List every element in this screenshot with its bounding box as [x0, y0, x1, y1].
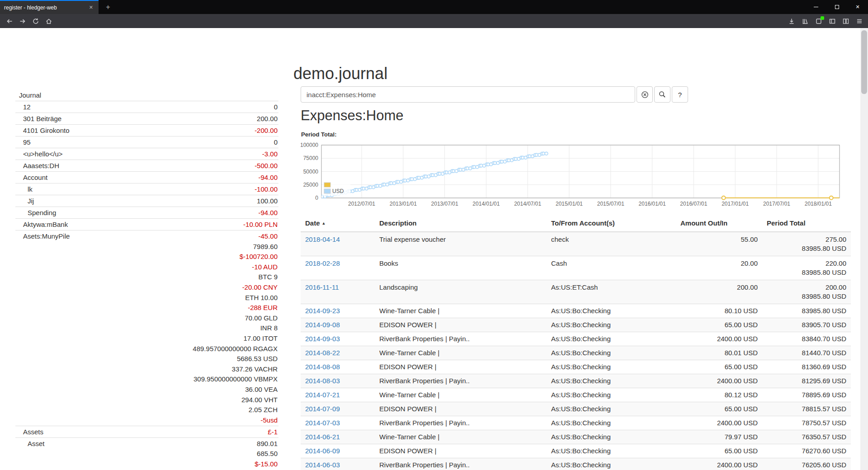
transaction-date-link[interactable]: 2014-09-03 — [305, 335, 340, 343]
sidebar-account-row: <u>hello</u>-3.00 — [15, 148, 278, 160]
account-cell: As:US:Bo:Checking — [547, 374, 676, 388]
transaction-date-link[interactable]: 2014-06-21 — [305, 433, 340, 441]
column-header-amount[interactable]: Amount Out/In — [676, 215, 762, 232]
page-content: demo.journal Journal 120301 Beiträge200.… — [0, 28, 868, 470]
description-cell: RiverBank Properties | Payin.. — [375, 416, 547, 430]
sidebar-toggle-button[interactable] — [828, 17, 836, 25]
new-tab-button[interactable]: + — [102, 2, 114, 12]
account-link[interactable]: Asset — [15, 439, 45, 470]
svg-text:100000: 100000 — [301, 142, 318, 148]
forward-button[interactable] — [16, 15, 29, 27]
sidebar-item-journal[interactable]: Journal — [15, 89, 278, 101]
account-link[interactable]: 95 — [15, 138, 31, 147]
home-button[interactable] — [42, 15, 55, 27]
register-row[interactable]: 2014-08-22Wine-Tarner Cable |As:US:Bo:Ch… — [301, 346, 851, 360]
amount-cell: 2400.00 USD — [676, 332, 762, 346]
period-total-cell: 76350.57 USD — [762, 430, 851, 444]
amount-cell: 2400.00 USD — [676, 458, 762, 470]
back-button[interactable] — [3, 15, 16, 27]
tab-close-icon[interactable]: ✕ — [88, 4, 94, 11]
transaction-date-link[interactable]: 2014-09-08 — [305, 321, 340, 329]
account-link[interactable]: Asets:MunyPile — [15, 232, 70, 425]
transaction-date-link[interactable]: 2014-07-21 — [305, 391, 340, 399]
svg-text:2014/07/01: 2014/07/01 — [514, 201, 541, 207]
transaction-date-link[interactable]: 2014-09-23 — [305, 307, 340, 315]
transaction-date-link[interactable]: 2014-08-22 — [305, 349, 340, 357]
register-row[interactable]: 2014-07-21Wine-Tarner Cable |As:US:Bo:Ch… — [301, 388, 851, 402]
search-submit-button[interactable] — [654, 86, 670, 103]
account-cell: Cash — [547, 256, 676, 280]
svg-text:2017/01/01: 2017/01/01 — [722, 201, 749, 207]
account-link[interactable]: Aktywa:mBank — [15, 220, 68, 229]
register-row[interactable]: 2014-08-03RiverBank Properties | Payin..… — [301, 374, 851, 388]
account-link[interactable]: <u>hello</u> — [15, 150, 63, 159]
minimize-icon — [814, 7, 818, 7]
register-row[interactable]: 2014-09-03RiverBank Properties | Payin..… — [301, 332, 851, 346]
reload-button[interactable] — [29, 15, 42, 27]
transaction-date-link[interactable]: 2014-06-03 — [305, 461, 340, 469]
account-link[interactable]: Assets — [15, 428, 43, 437]
transaction-date-link[interactable]: 2014-07-09 — [305, 405, 340, 413]
transaction-date-link[interactable]: 2018-04-14 — [305, 235, 340, 243]
amount-cell: 2400.00 USD — [676, 374, 762, 388]
scrollbar-thumb[interactable] — [861, 30, 867, 94]
register-row[interactable]: 2014-09-23Wine-Tarner Cable |As:US:Bo:Ch… — [301, 304, 851, 318]
column-header-period-total[interactable]: Period Total — [762, 215, 851, 232]
clear-query-button[interactable] — [637, 86, 653, 103]
register-row[interactable]: 2014-08-08EDISON POWER |As:US:Bo:Checkin… — [301, 360, 851, 374]
accounts-sidebar: Journal 120301 Beiträge200.004101 Giroko… — [15, 89, 278, 470]
description-cell: Wine-Tarner Cable | — [375, 430, 547, 444]
browser-navbar: demo.hledger.org/register?q=inacct%3AExp… — [0, 14, 868, 28]
account-link[interactable]: Account — [15, 173, 47, 182]
extension-button[interactable] — [815, 17, 823, 25]
account-link[interactable]: 4101 Girokonto — [15, 126, 70, 135]
pages-button[interactable] — [842, 17, 850, 25]
download-button[interactable] — [788, 17, 796, 25]
register-row[interactable]: 2014-07-09EDISON POWER |As:US:Bo:Checkin… — [301, 402, 851, 416]
account-link[interactable]: 12 — [15, 103, 31, 112]
page-scrollbar[interactable] — [860, 28, 868, 470]
transaction-date-link[interactable]: 2014-06-09 — [305, 447, 340, 455]
register-row[interactable]: 2016-11-11LandscapingAs:US:ET:Cash200.00… — [301, 280, 851, 304]
minimize-button[interactable] — [806, 0, 826, 14]
transaction-date-link[interactable]: 2014-07-03 — [305, 419, 340, 427]
date-cell: 2014-06-21 — [301, 430, 375, 444]
account-cell: As:US:Bo:Checking — [547, 318, 676, 332]
date-cell: 2014-07-21 — [301, 388, 375, 402]
account-link[interactable]: lk — [15, 185, 33, 194]
browser-tab[interactable]: register - hledger-web ✕ — [0, 0, 99, 14]
column-header-date[interactable]: Date▲ — [301, 215, 375, 232]
maximize-button[interactable] — [826, 0, 847, 14]
library-button[interactable] — [801, 17, 809, 25]
register-row[interactable]: 2014-06-21Wine-Tarner Cable |As:US:Bo:Ch… — [301, 430, 851, 444]
account-link[interactable]: 301 Beiträge — [15, 114, 61, 123]
register-row[interactable]: 2014-06-09EDISON POWER |As:US:Bo:Checkin… — [301, 444, 851, 458]
account-link[interactable]: Spending — [15, 208, 56, 217]
register-row[interactable]: 2018-02-28BooksCash20.00220.0083985.80 U… — [301, 256, 851, 280]
date-cell: 2014-09-03 — [301, 332, 375, 346]
account-link[interactable]: Aaasets:DH — [15, 161, 59, 170]
maximize-icon — [835, 5, 839, 9]
register-row[interactable]: 2018-04-14Trial expense vouchercheck55.0… — [301, 232, 851, 256]
register-row[interactable]: 2014-09-08EDISON POWER |As:US:Bo:Checkin… — [301, 318, 851, 332]
column-header-account[interactable]: To/From Account(s) — [547, 215, 676, 232]
query-input[interactable] — [301, 86, 635, 103]
transaction-date-link[interactable]: 2014-08-08 — [305, 363, 340, 371]
amount-cell: 65.00 USD — [676, 444, 762, 458]
sidebar-icon — [829, 18, 836, 25]
account-balance: 0 — [31, 138, 278, 147]
transaction-date-link[interactable]: 2018-02-28 — [305, 259, 340, 267]
description-cell: RiverBank Properties | Payin.. — [375, 374, 547, 388]
account-link[interactable]: Jij — [15, 197, 34, 206]
register-row[interactable]: 2014-06-03RiverBank Properties | Payin..… — [301, 458, 851, 470]
account-cell: As:US:Bo:Checking — [547, 388, 676, 402]
transaction-date-link[interactable]: 2014-08-03 — [305, 377, 340, 385]
transaction-date-link[interactable]: 2016-11-11 — [305, 283, 339, 291]
column-header-description[interactable]: Description — [375, 215, 547, 232]
help-button[interactable]: ? — [672, 86, 688, 103]
register-row[interactable]: 2014-07-03RiverBank Properties | Payin..… — [301, 416, 851, 430]
menu-button[interactable] — [855, 17, 863, 25]
close-button[interactable]: ✕ — [847, 0, 868, 14]
browser-titlebar: register - hledger-web ✕ + ✕ — [0, 0, 868, 14]
period-total-chart: 02500050000750001000002012/07/012013/01/… — [301, 139, 848, 209]
